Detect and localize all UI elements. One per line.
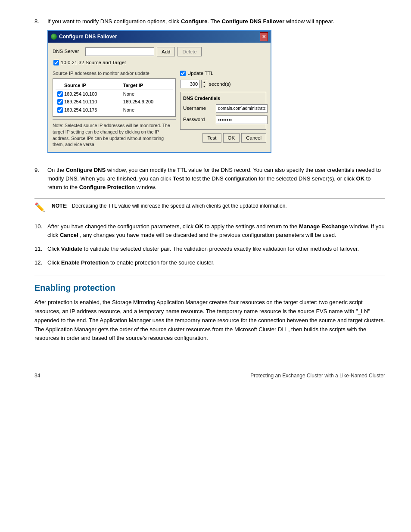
delete-button[interactable]: Delete (177, 47, 201, 56)
password-row: Password (183, 115, 263, 124)
source-target-checkbox-row: 10.0.21.32 Source and Target (53, 59, 266, 66)
step-content-10: After you have changed the configuration… (47, 222, 385, 240)
col-header-target: Target IP (121, 81, 173, 90)
ip-table-row: 169.254.10.175 None (56, 106, 173, 114)
step-8-text: If you want to modify DNS configuration … (47, 17, 385, 26)
ip-table-box: Source IP Target IP 169.254.10.100 None (53, 78, 176, 117)
ttl-spin-arrows: ▲ ▼ (201, 80, 207, 88)
dns-server-label: DNS Server (53, 48, 83, 55)
step-content-9: On the Configure DNS window, you can mod… (47, 166, 385, 192)
ip-table: Source IP Target IP 169.254.10.100 None (56, 81, 173, 114)
step-9-text: On the Configure DNS window, you can mod… (47, 166, 385, 192)
step-9: 9. On the Configure DNS window, you can … (34, 166, 385, 192)
ok-button[interactable]: OK (223, 133, 240, 143)
spin-down-arrow[interactable]: ▼ (202, 84, 207, 89)
ttl-value-input[interactable]: 300 (180, 80, 199, 88)
ip-row-source: 169.254.10.175 (56, 106, 121, 114)
dialog-right-panel: Update TTL 300 ▲ ▼ second(s) (180, 70, 266, 148)
step-content-12: Click Enable Protection to enable protec… (47, 258, 385, 267)
dialog-buttons: Test OK Cancel (180, 133, 266, 143)
dialog-titlebar: Configure DNS Failover ✕ (48, 31, 271, 43)
body-paragraph: After protection is enabled, the Storage… (34, 298, 385, 343)
ip-row-source: 169.254.10.110 (56, 98, 121, 106)
dialog-wrapper: Configure DNS Failover ✕ DNS Server Add … (47, 30, 385, 153)
col-header-source: Source IP (56, 81, 121, 90)
password-input[interactable] (216, 115, 268, 124)
step-number-10: 10. (34, 222, 47, 240)
username-label: Username (183, 105, 213, 112)
note-text: Decreasing the TTL value will increase t… (72, 203, 287, 209)
dns-credentials-box: DNS Credentials Username Password (180, 92, 266, 130)
spin-up-arrow[interactable]: ▲ (202, 80, 207, 84)
configure-dns-failover-dialog: Configure DNS Failover ✕ DNS Server Add … (47, 30, 271, 153)
footer-text: Protecting an Exchange Cluster with a Li… (250, 373, 385, 379)
footer-page-number: 34 (34, 373, 40, 379)
step-12: 12. Click Enable Protection to enable pr… (34, 258, 385, 267)
step-12-text: Click Enable Protection to enable protec… (47, 258, 385, 267)
ttl-unit-label: second(s) (209, 81, 231, 88)
dns-server-input[interactable] (85, 47, 154, 56)
dialog-close-button[interactable]: ✕ (260, 32, 268, 41)
step-content-11: Click Validate to validate the selected … (47, 245, 385, 253)
update-ttl-label: Update TTL (187, 70, 214, 77)
step-number-12: 12. (34, 258, 47, 267)
ip-row-checkbox[interactable] (57, 91, 63, 97)
ip-row-target: None (121, 90, 173, 98)
step-11: 11. Click Validate to validate the selec… (34, 245, 385, 253)
dialog-body: DNS Server Add Delete 10.0.21.32 Source … (48, 43, 271, 152)
cancel-button[interactable]: Cancel (241, 133, 266, 143)
dialog-left-panel: Source IP addresses to monitor and/or up… (53, 70, 176, 148)
ip-table-row: 169.254.10.110 169.254.9.200 (56, 98, 173, 106)
ip-table-row: 169.254.10.100 None (56, 90, 173, 98)
dialog-title-icon (51, 34, 57, 40)
step-8: 8. If you want to modify DNS configurati… (34, 17, 385, 161)
step-number-8: 8. (34, 17, 47, 161)
add-button[interactable]: Add (157, 47, 175, 56)
step-11-text: Click Validate to validate the selected … (47, 245, 385, 253)
source-target-label: 10.0.21.32 Source and Target (61, 59, 126, 66)
dialog-title-left: Configure DNS Failover (51, 33, 117, 40)
ip-row-checkbox[interactable] (57, 99, 63, 105)
note-body: NOTE: Decreasing the TTL value will incr… (52, 202, 287, 210)
note-label: NOTE: (52, 203, 68, 209)
update-ttl-row: Update TTL (180, 70, 266, 77)
ip-row-target: 169.254.9.200 (121, 98, 173, 106)
step-10: 10. After you have changed the configura… (34, 222, 385, 240)
dns-credentials-title: DNS Credentials (183, 95, 263, 102)
step-number-11: 11. (34, 245, 47, 253)
dialog-title-text: Configure DNS Failover (59, 33, 117, 40)
dns-server-row: DNS Server Add Delete (53, 47, 266, 56)
note-pencil-icon: ✏️ (34, 202, 47, 212)
update-ttl-checkbox[interactable] (180, 71, 186, 76)
source-target-checkbox[interactable] (53, 60, 59, 65)
username-input[interactable] (216, 104, 268, 113)
step-number-9: 9. (34, 166, 47, 192)
dialog-note-text: Note: Selected source IP addresses will … (53, 119, 176, 148)
section-heading: Enabling protection (34, 276, 385, 293)
ip-row-checkbox[interactable] (57, 107, 63, 113)
dialog-columns: Source IP addresses to monitor and/or up… (53, 70, 266, 148)
note-box: ✏️ NOTE: Decreasing the TTL value will i… (34, 198, 385, 216)
step-10-text: After you have changed the configuration… (47, 222, 385, 240)
source-ip-section-label: Source IP addresses to monitor and/or up… (53, 70, 176, 77)
password-label: Password (183, 116, 213, 123)
ip-row-target: None (121, 106, 173, 114)
test-button[interactable]: Test (202, 133, 221, 143)
step-content-8: If you want to modify DNS configuration … (47, 17, 385, 161)
footer-bar: 34 Protecting an Exchange Cluster with a… (34, 369, 385, 379)
ttl-spinbox-row: 300 ▲ ▼ second(s) (180, 80, 266, 88)
username-row: Username (183, 104, 263, 113)
ip-row-source: 169.254.10.100 (56, 90, 121, 98)
